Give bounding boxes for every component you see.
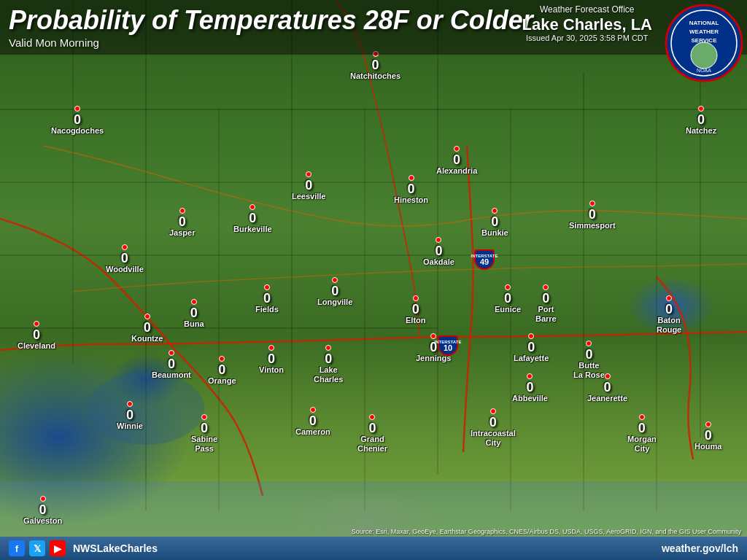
city-name: Houma xyxy=(694,442,721,451)
city-probability: 0 xyxy=(144,321,151,334)
city-dot xyxy=(264,284,270,290)
city-probability: 0 xyxy=(542,292,549,305)
youtube-icon: ▶ xyxy=(50,540,66,556)
city-label: 0Natchitoches xyxy=(350,51,400,81)
city-dot xyxy=(543,284,549,290)
city-label: 0BatonRouge xyxy=(657,295,681,335)
city-dot xyxy=(505,284,511,290)
svg-point-7 xyxy=(691,42,717,69)
city-name: Burkeville xyxy=(233,225,272,234)
svg-text:NOAA: NOAA xyxy=(697,68,711,73)
city-label: 0Nacogdoches xyxy=(51,106,104,136)
city-probability: 0 xyxy=(368,421,376,435)
city-probability: 0 xyxy=(665,303,673,316)
city-dot xyxy=(325,345,331,351)
city-probability: 0 xyxy=(218,363,225,376)
city-probability: 0 xyxy=(489,416,497,429)
city-name: PortBarre xyxy=(535,305,557,324)
city-label: 0Winnie xyxy=(117,401,143,431)
footer-bar: f 𝕏 ▶ NWSLakeCharles weather.gov/lch xyxy=(0,537,747,560)
city-label: 0Eunice xyxy=(495,284,521,314)
city-probability: 0 xyxy=(33,328,40,341)
city-probability: 0 xyxy=(168,357,175,370)
map-container: Probability of Temperatures 28F or Colde… xyxy=(0,0,747,560)
city-label: 0Leesville xyxy=(292,171,325,201)
city-dot xyxy=(492,208,498,214)
city-dot xyxy=(34,321,39,327)
city-name: BatonRouge xyxy=(657,316,681,335)
city-dot xyxy=(528,333,534,339)
city-name: SabinePass xyxy=(191,435,217,454)
city-name: Leesville xyxy=(292,192,325,201)
city-label: 0Orange xyxy=(208,356,236,386)
city-label: 0Lafayette xyxy=(514,333,549,363)
city-name: Simmesport xyxy=(569,221,616,230)
city-probability: 0 xyxy=(263,292,271,305)
city-probability: 0 xyxy=(249,211,256,225)
city-dot xyxy=(201,414,207,420)
city-name: Galveston xyxy=(23,516,62,526)
city-dot xyxy=(705,421,711,427)
city-probability: 0 xyxy=(504,292,511,305)
city-label: 0PortBarre xyxy=(535,284,557,324)
social-icons: f 𝕏 ▶ NWSLakeCharles xyxy=(9,540,158,556)
city-label: 0Hineston xyxy=(394,175,428,205)
city-probability: 0 xyxy=(435,244,442,257)
city-probability: 0 xyxy=(453,153,460,166)
city-label: 0Galveston xyxy=(23,496,62,526)
city-dot xyxy=(527,373,533,379)
city-name: Beaumont xyxy=(152,370,191,380)
svg-text:NATIONAL: NATIONAL xyxy=(689,20,719,26)
city-name: Natchitoches xyxy=(350,71,400,81)
city-label: 0Houma xyxy=(694,421,721,451)
city-probability: 0 xyxy=(408,182,415,195)
city-dot xyxy=(268,345,274,351)
city-probability: 0 xyxy=(268,352,275,365)
city-dot xyxy=(369,414,375,420)
city-dot xyxy=(169,350,174,356)
nws-logo: NATIONAL WEATHER SERVICE NOAA xyxy=(664,3,744,83)
city-name: Orange xyxy=(208,376,236,386)
svg-text:WEATHER: WEATHER xyxy=(689,28,719,35)
city-probability: 0 xyxy=(585,348,592,361)
city-label: 0Beaumont xyxy=(152,350,191,380)
nws-office-label: Weather Forecast Office xyxy=(522,4,652,16)
city-label: 0Jeanerette xyxy=(587,373,627,403)
interstate-shield: INTERSTATE 49 xyxy=(474,249,495,270)
city-name: Winnie xyxy=(117,421,143,431)
city-name: Hineston xyxy=(394,195,428,205)
city-dot xyxy=(306,171,311,177)
twitter-icon: 𝕏 xyxy=(29,540,45,556)
svg-point-1 xyxy=(88,372,204,445)
city-dot xyxy=(639,414,645,420)
city-dot xyxy=(40,496,46,502)
city-label: 0Alexandria xyxy=(436,146,477,176)
city-label: 0Burkeville xyxy=(233,204,272,234)
city-probability: 0 xyxy=(638,421,646,435)
city-probability: 0 xyxy=(179,215,186,228)
city-dot xyxy=(127,401,133,407)
city-probability: 0 xyxy=(309,414,317,427)
city-probability: 0 xyxy=(74,113,81,126)
source-text: Source: Esri, Maxar, GeoEye, Earthstar G… xyxy=(352,528,741,535)
city-dot xyxy=(409,175,414,181)
city-name: Alexandria xyxy=(436,166,477,176)
social-handle: NWSLakeCharles xyxy=(73,542,158,554)
city-name: Kountze xyxy=(131,334,163,343)
city-dot xyxy=(74,106,80,112)
city-name: Oakdale xyxy=(423,257,454,267)
city-label: 0Cleveland xyxy=(18,321,55,351)
city-name: LakeCharles xyxy=(314,365,343,384)
city-probability: 0 xyxy=(412,303,419,316)
issued-line: Issued Apr 30, 2025 3:58 PM CDT xyxy=(522,34,652,42)
roads-overlay xyxy=(0,0,747,560)
city-probability: 0 xyxy=(697,113,705,126)
city-probability: 0 xyxy=(190,306,198,319)
city-probability: 0 xyxy=(121,252,128,265)
city-dot xyxy=(122,244,128,250)
city-name: Lafayette xyxy=(514,354,549,363)
city-label: 0Vinton xyxy=(259,345,284,375)
city-name: Vinton xyxy=(259,365,284,375)
city-label: 0Elton xyxy=(406,295,426,325)
city-dot xyxy=(589,201,595,206)
